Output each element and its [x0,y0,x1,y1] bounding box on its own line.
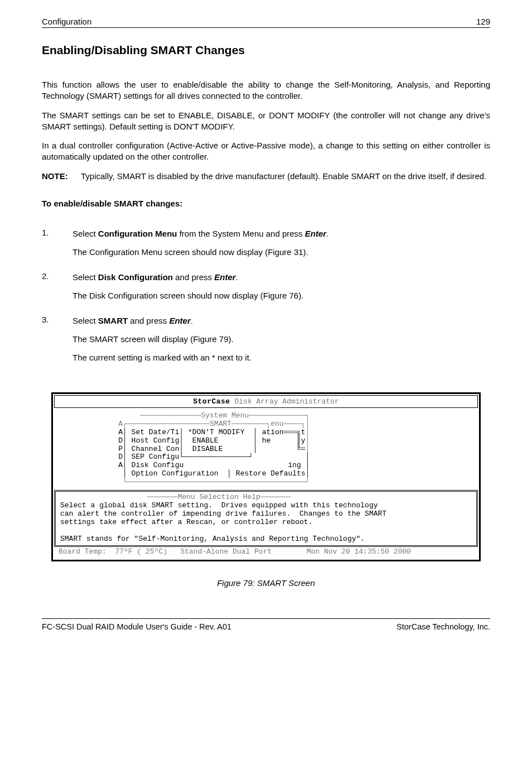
step-3: 3. Select SMART and press Enter. The SMA… [42,315,490,370]
step-2: 2. Select Disk Configuration and press E… [42,271,490,308]
terminal-title-rest: Disk Array Administrator [230,397,339,406]
page-footer: FC-SCSI Dual RAID Module User's Guide - … [42,618,490,631]
step-lead: Select Configuration Menu from the Syste… [72,228,328,239]
figure-caption: Figure 79: SMART Screen [42,578,490,588]
step-followup-2: The current setting is marked with an * … [72,352,252,363]
terminal-footer: Board Temp: 77ºF ( 25ºC) Stand-Alone Dua… [54,547,478,559]
note-text: Typically, SMART is disabled by the driv… [81,171,490,182]
paragraph-3: In a dual controller configuration (Acti… [42,140,490,163]
step-number: 2. [42,271,72,308]
page-header: Configuration 129 [42,17,490,28]
terminal-screenshot: StorCase Disk Array Administrator ──────… [51,392,481,561]
note-label: NOTE: [42,171,81,182]
procedure-heading: To enable/disable SMART changes: [42,199,490,208]
step-number: 3. [42,315,72,370]
terminal-title-strong: StorCase [193,397,230,406]
terminal-title-bar: StorCase Disk Array Administrator [54,395,478,408]
page-title: Enabling/Disabling SMART Changes [42,44,490,57]
footer-right: StorCase Technology, Inc. [396,622,490,631]
step-followup: The Configuration Menu screen should now… [72,246,328,258]
steps-list: 1. Select Configuration Menu from the Sy… [42,228,490,370]
footer-left: FC-SCSI Dual RAID Module User's Guide - … [42,622,231,631]
terminal-body: ──────────────System Menu─────────────┐ … [54,410,478,488]
paragraph-2: The SMART settings can be set to ENABLE,… [42,110,490,133]
step-number: 1. [42,228,72,265]
step-followup: The SMART screen will display (Figure 79… [72,333,252,345]
header-left: Configuration [42,17,91,26]
paragraph-1: This function allows the user to enable/… [42,79,490,102]
step-1: 1. Select Configuration Menu from the Sy… [42,228,490,265]
terminal-help: ───────Menu Selection Help─────── Select… [54,490,478,547]
step-lead: Select SMART and press Enter. [72,315,252,326]
step-followup: The Disk Configuration screen should now… [72,290,303,301]
step-lead: Select Disk Configuration and press Ente… [72,271,303,283]
header-right: 129 [476,17,490,26]
note-block: NOTE: Typically, SMART is disabled by th… [42,171,490,182]
